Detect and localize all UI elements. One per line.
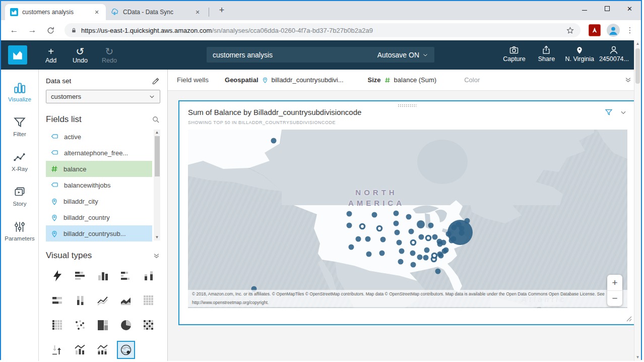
scrollbar-thumb[interactable] <box>635 48 640 84</box>
forward-icon[interactable]: → <box>25 23 39 37</box>
visual-type-points-on-map[interactable] <box>118 342 134 358</box>
map-bubble[interactable] <box>432 234 438 240</box>
region-selector[interactable]: N. Virginia <box>565 44 594 63</box>
visual-type-horizontal-stacked-bar[interactable] <box>118 268 134 284</box>
map-bubble-large[interactable] <box>447 220 473 245</box>
add-button[interactable]: + Add <box>36 46 66 64</box>
field-balance[interactable]: balance <box>46 161 152 177</box>
map-bubble-ring[interactable] <box>360 224 364 228</box>
map-bubble-ring[interactable] <box>411 240 415 245</box>
reload-icon[interactable] <box>43 23 57 37</box>
geospatial-map[interactable]: NORTH AMERICA Atlantic Ocean © 2018, Ama… <box>188 130 627 308</box>
map-bubble[interactable] <box>347 223 352 228</box>
edit-pencil-icon[interactable] <box>152 77 160 85</box>
address-bar[interactable]: https://us-east-1.quicksight.aws.amazon.… <box>65 23 581 37</box>
field-billaddr-countrysub[interactable]: billaddr_countrysub... <box>46 225 152 242</box>
field-alternatephone-free[interactable]: alternatephone_free... <box>46 145 152 161</box>
analysis-title-box[interactable]: customers analysis Autosave ON <box>207 47 434 63</box>
collapse-double-chevron-icon[interactable] <box>153 252 160 260</box>
map-bubble-ring[interactable] <box>377 226 381 230</box>
bookmark-star-icon[interactable] <box>566 26 574 35</box>
tab-customers-analysis[interactable]: customers analysis ✕ <box>5 4 106 20</box>
rail-item-parameters[interactable]: Parameters <box>1 220 38 242</box>
map-bubble[interactable] <box>437 242 443 247</box>
visual-type-combo-bar-line[interactable] <box>72 342 88 358</box>
visual-type-tree-map[interactable] <box>95 317 111 333</box>
expand-double-chevron-icon[interactable] <box>624 76 632 84</box>
map-bubble[interactable] <box>271 138 277 144</box>
analysis-name[interactable]: customers analysis <box>213 51 377 59</box>
undo-button[interactable]: ↺ Undo <box>66 46 95 64</box>
map-bubble[interactable] <box>435 269 441 274</box>
window-close-button[interactable]: ✕ <box>618 1 641 16</box>
tab-close-icon[interactable]: ✕ <box>93 8 101 16</box>
browser-profile-avatar[interactable] <box>607 24 620 37</box>
map-bubble[interactable] <box>410 251 416 256</box>
map-bubble[interactable] <box>397 240 402 246</box>
scrollbar-thumb[interactable] <box>155 136 160 176</box>
visual-type-combo-stacked-bar-line[interactable] <box>95 342 111 358</box>
window-minimize-button[interactable] <box>573 1 596 16</box>
visual-menu-chevron-icon[interactable] <box>620 109 627 116</box>
scroll-up-icon[interactable]: ▲ <box>634 40 641 47</box>
visual-type-area-chart[interactable] <box>118 292 134 309</box>
rail-item-x-ray[interactable]: X-Ray <box>1 150 38 172</box>
map-bubble[interactable] <box>428 223 434 228</box>
map-bubble[interactable] <box>365 236 371 242</box>
map-bubble[interactable] <box>411 262 416 268</box>
visual-type-key-insights[interactable] <box>49 342 66 358</box>
tab-close-icon[interactable]: ✕ <box>194 8 202 16</box>
tab-cdata-data-sync[interactable]: CData - Data Sync ✕ <box>106 4 207 20</box>
map-bubbles-layer[interactable] <box>188 130 627 308</box>
size-well[interactable]: Size balance (Sum) <box>368 76 437 84</box>
visual-type-pie-chart[interactable] <box>118 317 134 333</box>
visual-type-vertical-bar[interactable] <box>95 268 111 284</box>
field-billaddr-country[interactable]: billaddr_country <box>46 209 152 225</box>
map-bubble[interactable] <box>394 221 399 226</box>
map-bubble[interactable] <box>417 220 425 228</box>
visual-type-line-chart[interactable] <box>95 292 111 309</box>
page-scrollbar[interactable]: ▲ ▼ <box>634 40 641 361</box>
field-billaddr-city[interactable]: billaddr_city <box>46 193 152 209</box>
map-bubble[interactable] <box>349 245 354 250</box>
widget-drag-handle[interactable] <box>398 104 417 107</box>
visual-type-vertical-stacked-100-bar[interactable] <box>72 292 88 309</box>
back-icon[interactable]: ← <box>7 23 21 37</box>
map-bubble[interactable] <box>424 248 430 253</box>
map-bubble[interactable] <box>443 248 449 253</box>
visual-type-horizontal-stacked-100-bar[interactable] <box>49 292 66 309</box>
map-bubble-ring[interactable] <box>432 253 436 258</box>
map-bubble[interactable] <box>409 229 414 234</box>
rail-item-filter[interactable]: Filter <box>1 115 38 137</box>
visual-type-heat-map[interactable] <box>141 317 157 333</box>
map-bubble-ring[interactable] <box>426 235 430 240</box>
capture-button[interactable]: Capture <box>500 44 528 63</box>
visual-type-heat-grid[interactable] <box>141 292 157 309</box>
visual-type-horizontal-bar[interactable] <box>72 268 88 284</box>
adobe-acrobat-extension-icon[interactable] <box>589 24 601 36</box>
visual-type-pivot-table[interactable] <box>49 317 66 333</box>
widget-resize-handle[interactable] <box>626 316 632 322</box>
color-well[interactable]: Color <box>464 76 480 84</box>
map-bubble[interactable] <box>417 255 423 260</box>
rail-item-story[interactable]: Story <box>1 185 38 207</box>
browser-menu-icon[interactable]: ⋮ <box>626 26 634 35</box>
scroll-down-icon[interactable]: ▼ <box>634 354 641 361</box>
scroll-down-icon[interactable]: ▼ <box>154 234 160 240</box>
map-bubble[interactable] <box>398 259 404 265</box>
visual-type-vertical-stacked-bar[interactable] <box>141 268 157 284</box>
map-visual-widget[interactable]: Sum of Balance by Billaddr_countrysubdiv… <box>178 100 636 325</box>
visual-filter-icon[interactable] <box>605 108 613 116</box>
scroll-up-icon[interactable]: ▲ <box>154 130 160 136</box>
field-wells-bar[interactable]: Field wells Geospatial billaddr_countrys… <box>168 70 641 91</box>
rail-item-visualize[interactable]: Visualize <box>1 81 38 102</box>
autosave-dropdown[interactable]: Autosave ON <box>377 51 428 59</box>
visual-type-auto-graph[interactable] <box>49 268 66 284</box>
zoom-out-button[interactable]: − <box>607 290 622 306</box>
window-maximize-button[interactable] <box>596 1 618 16</box>
quicksight-logo[interactable] <box>8 45 27 65</box>
share-button[interactable]: Share <box>533 44 560 63</box>
map-bubble[interactable] <box>372 212 377 218</box>
search-icon[interactable] <box>152 115 160 124</box>
account-menu[interactable]: 2450074... <box>599 44 629 63</box>
